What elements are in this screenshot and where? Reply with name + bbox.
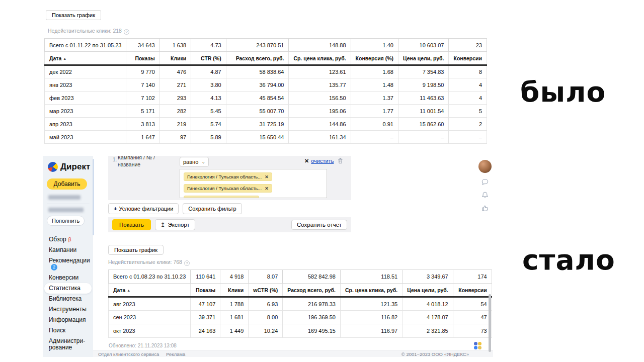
label-after: стало bbox=[522, 246, 615, 274]
cell: 9 198.50 bbox=[398, 78, 449, 92]
chip-remove-icon[interactable]: ✕ bbox=[252, 198, 256, 198]
yandex-logo-icon bbox=[48, 162, 58, 172]
footer-link-support[interactable]: Отдел клиентского сервиса bbox=[98, 351, 159, 357]
add-condition-button[interactable]: +Условие фильтрации bbox=[108, 203, 179, 214]
cell: апр 2023 bbox=[45, 118, 126, 131]
sidebar-item-overview[interactable]: Обзорβ bbox=[43, 234, 93, 245]
cell: 45 854.54 bbox=[226, 92, 289, 105]
operator-select[interactable]: равно ⌄ bbox=[180, 157, 209, 167]
save-filter-button[interactable]: Сохранить фильтр bbox=[183, 203, 242, 214]
column-header[interactable]: Ср. цена клика, руб. bbox=[341, 284, 403, 297]
cell: 161.34 bbox=[289, 131, 351, 144]
column-header[interactable]: Расход всего, руб. bbox=[283, 284, 341, 297]
cell: 97 bbox=[159, 131, 191, 144]
column-header[interactable]: Конверсии bbox=[449, 52, 487, 65]
chip-remove-icon[interactable]: ✕ bbox=[265, 174, 269, 179]
filter-chip[interactable]: МК Гинекология (91716723)✕ bbox=[184, 196, 259, 198]
column-header[interactable]: Конверсия (%) bbox=[351, 52, 398, 65]
avatar[interactable] bbox=[478, 160, 492, 173]
show-report-button[interactable]: Показать bbox=[112, 219, 151, 230]
cell: 169 495.15 bbox=[283, 324, 341, 338]
cell: авг 2023 bbox=[109, 297, 191, 311]
thumbs-up-icon[interactable] bbox=[481, 204, 489, 213]
cell: 1.48 bbox=[351, 78, 398, 92]
export-button[interactable]: ↥Экспорт bbox=[155, 219, 195, 230]
column-header[interactable]: CTR (%) bbox=[191, 52, 226, 65]
column-header[interactable]: Конверсии bbox=[453, 284, 492, 297]
sidebar-item-search[interactable]: Поиск bbox=[43, 325, 93, 336]
column-header[interactable]: Дата▲ bbox=[45, 52, 126, 65]
column-header[interactable]: Дата▲ bbox=[109, 284, 191, 297]
add-button[interactable]: Добавить bbox=[47, 178, 87, 190]
cell: сен 2023 bbox=[109, 311, 191, 324]
label-before: было bbox=[520, 78, 606, 106]
cell: 39 371 bbox=[191, 311, 220, 324]
sidebar-item-label: Библиотека bbox=[49, 295, 82, 302]
cell: 1.68 bbox=[351, 65, 398, 78]
column-header[interactable]: Цена цели, руб. bbox=[403, 284, 453, 297]
cell: 7 102 bbox=[126, 92, 159, 105]
filter-chip[interactable]: Гинекология / Тульская область...✕ bbox=[184, 184, 272, 193]
yandex-direct-logo[interactable]: Директ bbox=[48, 162, 90, 172]
totals-value: 110 641 bbox=[191, 270, 220, 284]
cell: фев 2023 bbox=[45, 92, 126, 105]
sidebar-item-statistics[interactable]: Статистика bbox=[44, 283, 92, 294]
chat-icon[interactable] bbox=[481, 178, 489, 187]
sidebar-item-recommendations[interactable]: Рекомендации2 bbox=[43, 255, 93, 273]
sidebar-scrollbar[interactable] bbox=[93, 159, 94, 235]
sort-asc-icon: ▲ bbox=[127, 289, 130, 292]
topup-button[interactable]: Пополнить bbox=[47, 216, 85, 226]
cell: май 2023 bbox=[45, 131, 126, 144]
footer-link-ads[interactable]: Реклама bbox=[166, 351, 185, 357]
cell: 55 007.70 bbox=[226, 105, 289, 118]
cell: 4 178.07 bbox=[403, 311, 453, 324]
help-icon[interactable]: ? bbox=[184, 260, 190, 266]
cell: 54 bbox=[453, 297, 492, 311]
sidebar-item-campaigns[interactable]: Кампании bbox=[43, 245, 93, 255]
bell-icon[interactable] bbox=[481, 191, 489, 200]
app-footer: Отдел клиентского сервиса Реклама © 2001… bbox=[93, 350, 493, 357]
column-header[interactable]: Показы bbox=[191, 284, 220, 297]
cell: 116.97 bbox=[341, 324, 403, 338]
totals-value: 3 349.67 bbox=[403, 270, 453, 284]
show-chart-button[interactable]: Показать график bbox=[46, 10, 101, 20]
column-header[interactable]: Клики bbox=[220, 284, 249, 297]
column-header[interactable]: Расход всего, руб. bbox=[226, 52, 289, 65]
totals-row: Всего с 01.08.23 по 31.10.23110 6414 918… bbox=[109, 270, 492, 284]
help-icon[interactable]: ? bbox=[124, 29, 129, 35]
filter-values-box[interactable]: Гинекология / Тульская область...✕Гинеко… bbox=[180, 169, 327, 198]
vertical-scrollbar[interactable] bbox=[489, 294, 491, 352]
trash-icon[interactable] bbox=[338, 158, 343, 165]
filter-field-line1: Кампания / № / bbox=[118, 156, 155, 161]
plus-icon: + bbox=[114, 206, 117, 212]
clear-icon: ✕ bbox=[304, 158, 309, 164]
sidebar-item-library[interactable]: Библиотека bbox=[43, 294, 93, 304]
sidebar-item-conversions[interactable]: Конверсии bbox=[43, 273, 93, 283]
operator-value: равно bbox=[183, 157, 198, 166]
column-header[interactable]: wCTR (%) bbox=[249, 284, 283, 297]
invalid-clicks-note: Недействительные клики: 768? bbox=[108, 259, 190, 266]
cell: 116.82 bbox=[341, 311, 403, 324]
cell: 4.87 bbox=[191, 65, 226, 78]
updated-timestamp: Обновлено: 21.11.2023 13:08 bbox=[109, 343, 177, 348]
sidebar-item-tools[interactable]: Инструменты bbox=[43, 304, 93, 315]
chip-remove-icon[interactable]: ✕ bbox=[265, 186, 269, 191]
column-header[interactable]: Клики bbox=[159, 52, 191, 65]
table-row: мар 20235 1712825.4555 007.70195.061.771… bbox=[45, 105, 487, 118]
blurred-balance bbox=[48, 208, 84, 212]
show-chart-button[interactable]: Показать график bbox=[108, 245, 164, 255]
cell: 4 bbox=[449, 92, 487, 105]
filter-field-line2: название bbox=[118, 161, 155, 168]
save-report-button[interactable]: Сохранить отчет bbox=[291, 220, 347, 230]
extension-dots-icon[interactable] bbox=[474, 342, 482, 350]
sidebar-item-information[interactable]: Информация bbox=[43, 315, 93, 325]
column-header[interactable]: Ср. цена клика, руб. bbox=[289, 52, 351, 65]
table-row: май 20231 647975.8915 650.44161.34––– bbox=[45, 131, 487, 144]
cell: 121.35 bbox=[341, 297, 403, 311]
filter-actions: +Условие фильтрации Сохранить фильтр bbox=[108, 203, 242, 214]
filter-chip[interactable]: Гинекология / Тульская область...✕ bbox=[184, 172, 272, 181]
collapse-sidebar-icon[interactable]: ‹ bbox=[49, 345, 51, 352]
column-header[interactable]: Показы bbox=[126, 52, 159, 65]
column-header[interactable]: Цена цели, руб. bbox=[398, 52, 449, 65]
clear-filter-link[interactable]: ✕очистить bbox=[304, 158, 334, 164]
